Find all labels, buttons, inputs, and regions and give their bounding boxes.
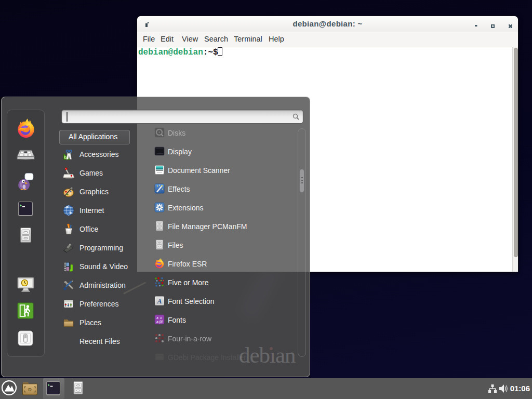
svg-text:D: D [28,387,32,392]
